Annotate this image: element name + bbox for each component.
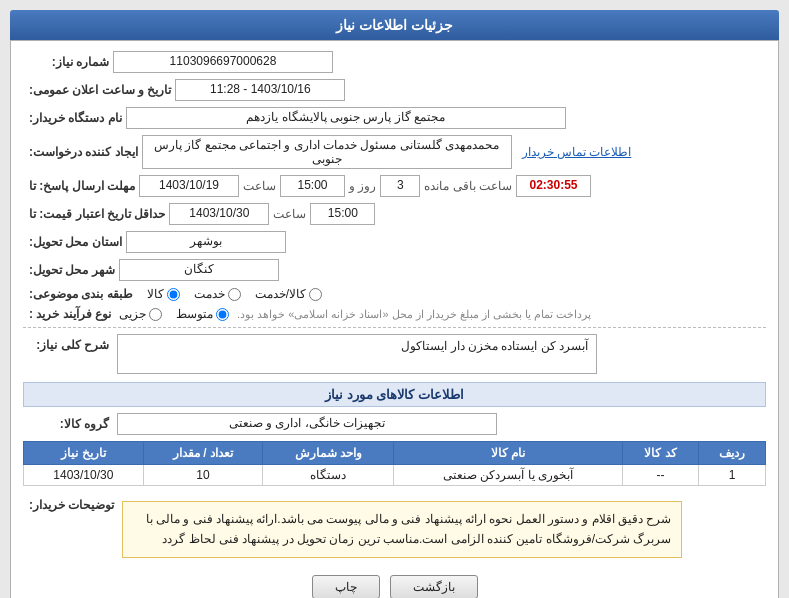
radio-khedmat-label: خدمت	[194, 287, 225, 301]
ijad-field: محمدمهدی گلستانی مسئول خدمات اداری و اجت…	[142, 135, 512, 169]
roz-label: روز و	[349, 179, 376, 193]
cell-tedad: 10	[143, 465, 263, 486]
hadaqal-date-field: 1403/10/30	[169, 203, 269, 225]
grohe-field: تجهیزات خانگی، اداری و صنعتی	[117, 413, 497, 435]
cell-radif: 1	[699, 465, 766, 486]
mande-label: ساعت باقی مانده	[424, 179, 512, 193]
notes-field: شرح دقیق اقلام و دستور العمل نحوه ارائه …	[122, 501, 682, 558]
saat-field: 15:00	[280, 175, 345, 197]
tarikh-elan-field: 1403/10/16 - 11:28	[175, 79, 345, 101]
radio-motavaset-label: متوسط	[176, 307, 213, 321]
shahr-label: شهر محل تحویل:	[29, 263, 115, 277]
back-button[interactable]: بازگشت	[390, 575, 478, 598]
col-vahed: واحد شمارش	[263, 442, 394, 465]
bottom-buttons: بازگشت چاپ	[23, 575, 766, 598]
hadaqal-label: حداقل تاریخ اعتبار قیمت: تا	[29, 207, 165, 221]
cell-kod: --	[622, 465, 699, 486]
items-table-container: ردیف کد کالا نام کالا واحد شمارش تعداد /…	[23, 441, 766, 486]
col-nam: نام کالا	[394, 442, 622, 465]
ijad-label: ایجاد کننده درخواست:	[29, 145, 138, 159]
tabaqa-label: طبقه بندی موضوعی:	[29, 287, 133, 301]
col-tedad: تعداد / مقدار	[143, 442, 263, 465]
sharh-field: آبسرد کن ایستاده مخزن دار ایستاکول	[117, 334, 597, 374]
radio-kala-khedmat-label: کالا/خدمت	[255, 287, 306, 301]
roz-field: 3	[380, 175, 420, 197]
page-header: جزئیات اطلاعات نیاز	[10, 10, 779, 40]
col-kod: کد کالا	[622, 442, 699, 465]
col-tarikh: تاریخ نیاز	[24, 442, 144, 465]
shomara-niaz-label: شماره نیاز:	[29, 55, 109, 69]
ostan-field: بوشهر	[126, 231, 286, 253]
nooe-label: نوع فرآیند خرید :	[29, 307, 111, 321]
radio-kala-label: کالا	[147, 287, 164, 301]
col-radif: ردیف	[699, 442, 766, 465]
nooe-note: پرداخت تمام یا بخشی از مبلغ خریدار از مح…	[237, 308, 591, 321]
grohe-label: گروه کالا:	[29, 417, 109, 431]
mohlet-label: مهلت ارسال پاسخ: تا	[29, 179, 135, 193]
radio-khedmat[interactable]: خدمت	[194, 287, 241, 301]
print-button[interactable]: چاپ	[312, 575, 380, 598]
mande-field: 02:30:55	[516, 175, 591, 197]
radio-motavaset[interactable]: متوسط	[176, 307, 229, 321]
table-row: 1--آبخوری یا آبسردکن صنعتیدستگاه101403/1…	[24, 465, 766, 486]
tarikh-elan-label: تاریخ و ساعت اعلان عمومی:	[29, 83, 171, 97]
nam-dastgah-field: مجتمع گاز پارس جنوبی پالایشگاه یازدهم	[126, 107, 566, 129]
radio-kala[interactable]: کالا	[147, 287, 180, 301]
ostan-label: استان محل تحویل:	[29, 235, 122, 249]
radio-kala-khedmat[interactable]: کالا/خدمت	[255, 287, 322, 301]
notes-label: توضیحات خریدار:	[29, 498, 114, 512]
items-table: ردیف کد کالا نام کالا واحد شمارش تعداد /…	[23, 441, 766, 486]
ettelaat-section-title: اطلاعات کالاهای مورد نیاز	[23, 382, 766, 407]
hadaqal-saat-label: ساعت	[273, 207, 306, 221]
cell-tarikh: 1403/10/30	[24, 465, 144, 486]
nam-dastgah-label: نام دستگاه خریدار:	[29, 111, 122, 125]
saat-label: ساعت	[243, 179, 276, 193]
ettelaat-tamas-link[interactable]: اطلاعات تماس خریدار	[522, 145, 632, 159]
sharh-label: شرح کلی نیاز:	[29, 338, 109, 352]
radio-jozi-label: جزیی	[119, 307, 146, 321]
hadaqal-saat-field: 15:00	[310, 203, 375, 225]
shomara-niaz-field: 1103096697000628	[113, 51, 333, 73]
cell-nam: آبخوری یا آبسردکن صنعتی	[394, 465, 622, 486]
mohlet-date-field: 1403/10/19	[139, 175, 239, 197]
radio-jozi[interactable]: جزیی	[119, 307, 162, 321]
cell-vahed: دستگاه	[263, 465, 394, 486]
shahr-field: کنگان	[119, 259, 279, 281]
